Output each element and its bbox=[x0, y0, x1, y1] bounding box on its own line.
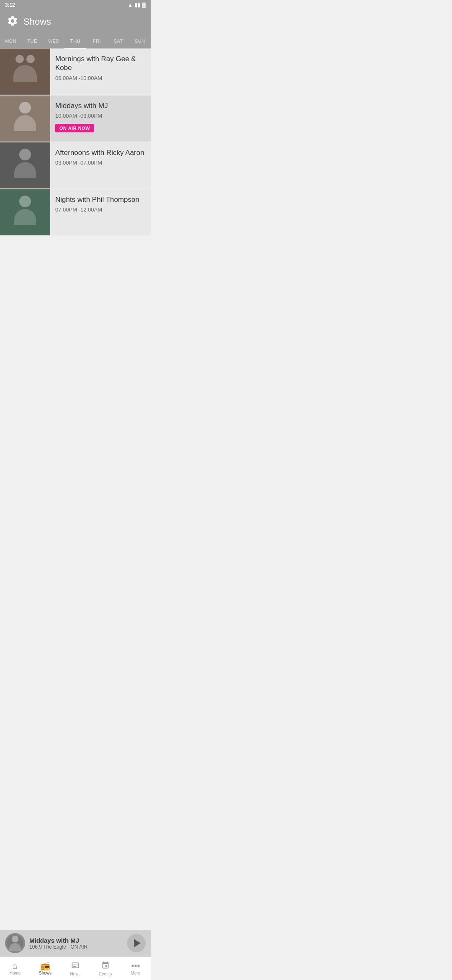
show-time-afternoons: 03:00PM -07:00PM bbox=[55, 160, 146, 166]
tab-fri[interactable]: FRI bbox=[86, 34, 108, 48]
show-thumb-mornings bbox=[0, 49, 50, 95]
on-air-badge: ON AIR NOW bbox=[55, 124, 94, 132]
tab-sun[interactable]: SUN bbox=[129, 34, 151, 48]
settings-button[interactable] bbox=[7, 15, 18, 28]
show-time-middays: 10:00AM -03:00PM bbox=[55, 113, 146, 119]
show-name-afternoons: Afternoons with Ricky Aaron bbox=[55, 148, 146, 157]
show-item-middays[interactable]: Middays with MJ 10:00AM -03:00PM ON AIR … bbox=[0, 95, 151, 142]
show-time-mornings: 06:00AM -10:00AM bbox=[55, 75, 146, 81]
show-name-middays: Middays with MJ bbox=[55, 101, 146, 110]
show-name-nights: Nights with Phil Thompson bbox=[55, 195, 146, 204]
show-time-nights: 07:00PM -12:00AM bbox=[55, 206, 146, 213]
show-info-mornings: Mornings with Ray Gee & Kobe 06:00AM -10… bbox=[50, 49, 151, 95]
status-icons: ▲ ▮▮ ▓ bbox=[128, 2, 146, 8]
show-item-afternoons[interactable]: Afternoons with Ricky Aaron 03:00PM -07:… bbox=[0, 142, 151, 188]
tab-sat[interactable]: SAT bbox=[108, 34, 129, 48]
show-thumb-nights bbox=[0, 189, 50, 235]
show-info-afternoons: Afternoons with Ricky Aaron 03:00PM -07:… bbox=[50, 142, 151, 188]
show-item-mornings[interactable]: Mornings with Ray Gee & Kobe 06:00AM -10… bbox=[0, 49, 151, 95]
show-list: Mornings with Ray Gee & Kobe 06:00AM -10… bbox=[0, 49, 151, 291]
battery-icon: ▓ bbox=[142, 2, 146, 8]
status-bar: 3:12 ▲ ▮▮ ▓ bbox=[0, 0, 151, 10]
show-thumb-middays bbox=[0, 95, 50, 142]
tab-tue[interactable]: TUE bbox=[21, 34, 43, 48]
tab-thu[interactable]: THU bbox=[64, 34, 86, 48]
page-title: Shows bbox=[23, 16, 51, 27]
wifi-icon: ▲ bbox=[128, 2, 133, 8]
day-tabs: MON TUE WED THU FRI SAT SUN bbox=[0, 34, 151, 49]
tab-mon[interactable]: MON bbox=[0, 34, 21, 48]
tab-wed[interactable]: WED bbox=[43, 34, 64, 48]
show-info-middays: Middays with MJ 10:00AM -03:00PM ON AIR … bbox=[50, 95, 151, 142]
show-info-nights: Nights with Phil Thompson 07:00PM -12:00… bbox=[50, 189, 151, 235]
show-thumb-afternoons bbox=[0, 142, 50, 188]
show-name-mornings: Mornings with Ray Gee & Kobe bbox=[55, 54, 146, 72]
status-time: 3:12 bbox=[5, 2, 15, 8]
show-item-nights[interactable]: Nights with Phil Thompson 07:00PM -12:00… bbox=[0, 189, 151, 235]
header: Shows bbox=[0, 10, 151, 34]
signal-icon: ▮▮ bbox=[134, 2, 140, 8]
